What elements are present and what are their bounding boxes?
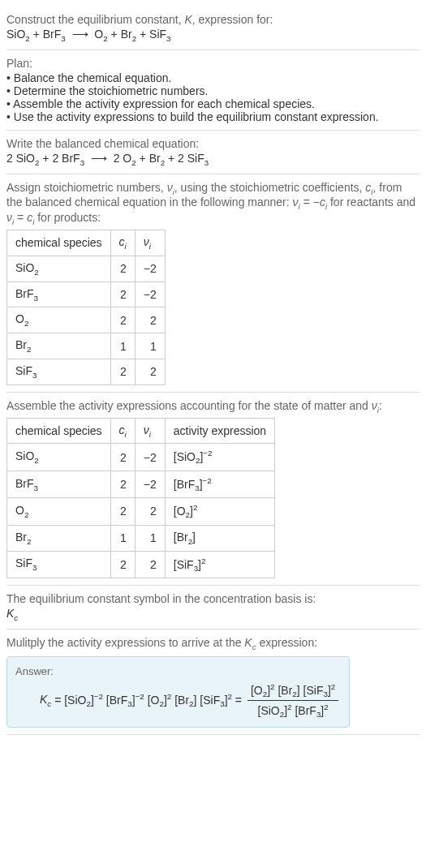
vi-cell: −2: [135, 256, 165, 281]
ci-cell: 2: [110, 256, 135, 281]
species-cell: BrF3: [7, 281, 111, 307]
assign-heading: Assign stoichiometric numbers, νi, using…: [6, 181, 420, 226]
species-cell: SiF3: [7, 359, 111, 385]
species-cell: O2: [7, 307, 111, 333]
assign-section: Assign stoichiometric numbers, νi, using…: [6, 174, 420, 393]
table-row: SiO2 2 −2 [SiO2]−2: [7, 444, 275, 471]
vi-cell: 1: [135, 333, 165, 359]
assemble-table: chemical species ci νi activity expressi…: [6, 418, 275, 578]
table-row: O2 2 2: [7, 307, 166, 333]
table-row: BrF3 2 −2 [BrF3]−2: [7, 471, 275, 497]
balanced-equation: 2 SiO2 + 2 BrF3 ⟶ 2 O2 + Br2 + 2 SiF3: [6, 152, 420, 167]
table-header: chemical species: [7, 230, 111, 256]
answer-box: Answer: Kc = [SiO2]−2 [BrF3]−2 [O2]2 [Br…: [6, 656, 350, 728]
ci-cell: 2: [110, 471, 135, 497]
table-header: νi: [135, 230, 165, 256]
table-header-row: chemical species ci νi: [7, 230, 166, 256]
table-header: ci: [110, 418, 135, 444]
species-cell: BrF3: [7, 471, 111, 497]
species-cell: SiF3: [7, 551, 111, 578]
vi-cell: 1: [135, 525, 165, 551]
vi-cell: 2: [135, 498, 165, 525]
activity-cell: [SiO2]−2: [165, 444, 274, 471]
construct-heading: Construct the equilibrium constant, K, e…: [6, 13, 420, 26]
table-header-row: chemical species ci νi activity expressi…: [7, 418, 275, 444]
symbol-content: Kc: [6, 607, 420, 622]
answer-content: Kc = [SiO2]−2 [BrF3]−2 [O2]2 [Br2] [SiF3…: [15, 682, 341, 720]
table-row: SiO2 2 −2: [7, 256, 166, 281]
assemble-section: Assemble the activity expressions accoun…: [6, 393, 420, 586]
assemble-heading: Assemble the activity expressions accoun…: [6, 399, 420, 415]
ci-cell: 2: [110, 359, 135, 385]
multiply-section: Mulitply the activity expressions to arr…: [6, 630, 420, 736]
vi-cell: 2: [135, 359, 165, 385]
table-header: activity expression: [165, 418, 274, 444]
answer-denominator: [SiO2]2 [BrF3]2: [247, 701, 338, 719]
table-row: Br2 1 1: [7, 333, 166, 359]
vi-cell: −2: [135, 444, 165, 471]
assign-table: chemical species ci νi SiO2 2 −2 BrF3 2 …: [6, 230, 166, 385]
symbol-heading: The equilibrium constant symbol in the c…: [6, 592, 420, 605]
table-row: O2 2 2 [O2]2: [7, 498, 275, 525]
activity-cell: [Br2]: [165, 525, 274, 551]
plan-item: • Balance the chemical equation.: [6, 71, 420, 84]
species-cell: Br2: [7, 525, 111, 551]
plan-heading: Plan:: [6, 57, 420, 70]
table-header: νi: [135, 418, 165, 444]
balanced-section: Write the balanced chemical equation: 2 …: [6, 131, 420, 174]
activity-cell: [BrF3]−2: [165, 471, 274, 497]
ci-cell: 2: [110, 498, 135, 525]
construct-equation: SiO2 + BrF3 ⟶ O2 + Br2 + SiF3: [6, 28, 420, 43]
species-cell: Br2: [7, 333, 111, 359]
vi-cell: 2: [135, 551, 165, 578]
ci-cell: 2: [110, 444, 135, 471]
ci-cell: 2: [110, 307, 135, 333]
ci-cell: 1: [110, 333, 135, 359]
answer-numerator: [O2]2 [Br2] [SiF3]2: [247, 682, 338, 701]
plan-item: • Determine the stoichiometric numbers.: [6, 84, 420, 97]
vi-cell: −2: [135, 281, 165, 307]
construct-section: Construct the equilibrium constant, K, e…: [6, 6, 420, 50]
plan-section: Plan: • Balance the chemical equation. •…: [6, 50, 420, 131]
species-cell: SiO2: [7, 256, 111, 281]
plan-item: • Assemble the activity expression for e…: [6, 97, 420, 110]
table-row: BrF3 2 −2: [7, 281, 166, 307]
species-cell: O2: [7, 498, 111, 525]
balanced-heading: Write the balanced chemical equation:: [6, 137, 420, 150]
table-row: SiF3 2 2 [SiF3]2: [7, 551, 275, 578]
vi-cell: −2: [135, 471, 165, 497]
ci-cell: 1: [110, 525, 135, 551]
table-header: chemical species: [7, 418, 111, 444]
species-cell: SiO2: [7, 444, 111, 471]
activity-cell: [SiF3]2: [165, 551, 274, 578]
ci-cell: 2: [110, 551, 135, 578]
answer-label: Answer:: [15, 665, 341, 677]
ci-cell: 2: [110, 281, 135, 307]
multiply-heading: Mulitply the activity expressions to arr…: [6, 636, 420, 651]
activity-cell: [O2]2: [165, 498, 274, 525]
plan-item: • Use the activity expressions to build …: [6, 110, 420, 123]
table-row: SiF3 2 2: [7, 359, 166, 385]
table-row: Br2 1 1 [Br2]: [7, 525, 275, 551]
vi-cell: 2: [135, 307, 165, 333]
symbol-section: The equilibrium constant symbol in the c…: [6, 586, 420, 630]
table-header: ci: [110, 230, 135, 256]
